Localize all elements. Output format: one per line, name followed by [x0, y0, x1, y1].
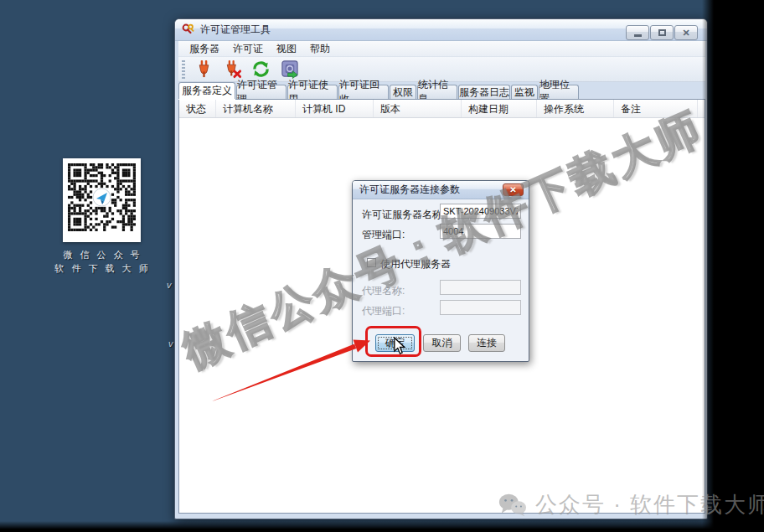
tabstrip: 服务器定义 许可证管理 许可证使用 许可证回收 权限 统计信息 服务器日志 监视… [178, 82, 705, 99]
tab-server-definition[interactable]: 服务器定义 [178, 82, 235, 99]
tab-monitor[interactable]: 监视 [511, 85, 538, 99]
desktop-artifact-mark: v [168, 338, 173, 349]
use-proxy-checkbox[interactable] [367, 258, 376, 267]
tab-license-usage[interactable]: 许可证使用 [287, 85, 338, 99]
proxy-name-input[interactable] [440, 280, 521, 295]
proxy-name-label: 代理名称: [362, 284, 405, 298]
tab-license-recovery[interactable]: 许可证回收 [338, 85, 389, 99]
server-name-label: 许可证服务器名称: [362, 208, 445, 222]
qr-caption-line1: 微 信 公 众 号 [34, 249, 172, 261]
tab-statistics[interactable]: 统计信息 [417, 85, 457, 99]
refresh-button[interactable] [249, 59, 272, 80]
disconnect-plug-icon [223, 59, 242, 79]
export-safe-icon [280, 59, 299, 79]
tab-server-log[interactable]: 服务器日志 [458, 85, 510, 99]
admin-port-input[interactable] [440, 224, 521, 239]
menubar: 服务器 许可证 视图 帮助 [178, 41, 705, 57]
mouse-cursor-icon [392, 337, 407, 355]
bottom-watermark: 公众号 · 软件下载大师 [498, 490, 764, 519]
desktop-vignette-bottom [0, 521, 764, 532]
qr-code-card [63, 158, 141, 242]
window-controls: ✕ [626, 25, 698, 40]
toolbar-gripper [182, 60, 185, 79]
maximize-button[interactable] [650, 25, 674, 40]
desktop: 微 信 公 众 号 软 件 下 载 大 师 v v 许可证管理工具 ✕ 服务器 … [0, 0, 764, 532]
admin-port-label: 管理端口: [362, 228, 405, 242]
tab-geolocation[interactable]: 地理位置 [539, 85, 579, 99]
export-button[interactable] [277, 59, 301, 80]
qr-code [68, 163, 136, 231]
bottom-watermark-text: 公众号 · 软件下载大师 [535, 490, 764, 519]
app-keys-icon [182, 23, 195, 37]
proxy-port-label: 代理端口: [362, 304, 405, 318]
close-button[interactable]: ✕ [674, 25, 698, 40]
column-header-remarks[interactable]: 备注 [614, 100, 698, 117]
tab-permissions[interactable]: 权限 [390, 85, 416, 99]
use-proxy-label[interactable]: 使用代理服务器 [380, 257, 451, 271]
wechat-icon [498, 493, 527, 518]
desktop-vignette-right [702, 0, 764, 532]
tab-license-management[interactable]: 许可证管理 [236, 85, 286, 99]
dialog-title: 许可证服务器连接参数 [359, 183, 460, 197]
proxy-port-input[interactable] [440, 300, 521, 315]
desktop-artifact-mark: v [167, 280, 172, 290]
dialog-close-icon: ✕ [509, 185, 516, 194]
dialog-close-button[interactable]: ✕ [503, 183, 524, 196]
close-icon: ✕ [682, 28, 689, 38]
connect-dialog-button[interactable]: 连接 [468, 334, 505, 352]
connect-plug-icon [194, 59, 214, 79]
server-name-input[interactable] [440, 204, 521, 219]
column-header-computer-id[interactable]: 计算机 ID [296, 100, 374, 117]
column-header-build-date[interactable]: 构建日期 [462, 100, 537, 117]
column-header-status[interactable]: 状态 [179, 100, 216, 117]
refresh-icon [251, 59, 271, 79]
connect-button[interactable] [192, 59, 215, 80]
menu-view[interactable]: 视图 [271, 40, 302, 58]
disconnect-button[interactable] [220, 59, 244, 80]
qr-caption-line2: 软 件 下 载 大 师 [34, 262, 172, 275]
window-title: 许可证管理工具 [200, 23, 271, 37]
column-header-computer-name[interactable]: 计算机名称 [216, 100, 296, 117]
menu-help[interactable]: 帮助 [304, 40, 336, 58]
cancel-button[interactable]: 取消 [423, 334, 461, 352]
menu-server[interactable]: 服务器 [183, 40, 225, 58]
column-header-version[interactable]: 版本 [374, 100, 462, 117]
column-header-os[interactable]: 操作系统 [537, 100, 614, 117]
minimize-button[interactable] [626, 25, 649, 40]
menu-license[interactable]: 许可证 [227, 40, 269, 58]
server-list-header: 状态 计算机名称 计算机 ID 版本 构建日期 操作系统 备注 [179, 100, 705, 118]
minimize-icon [634, 34, 642, 37]
maximize-icon [658, 29, 666, 36]
